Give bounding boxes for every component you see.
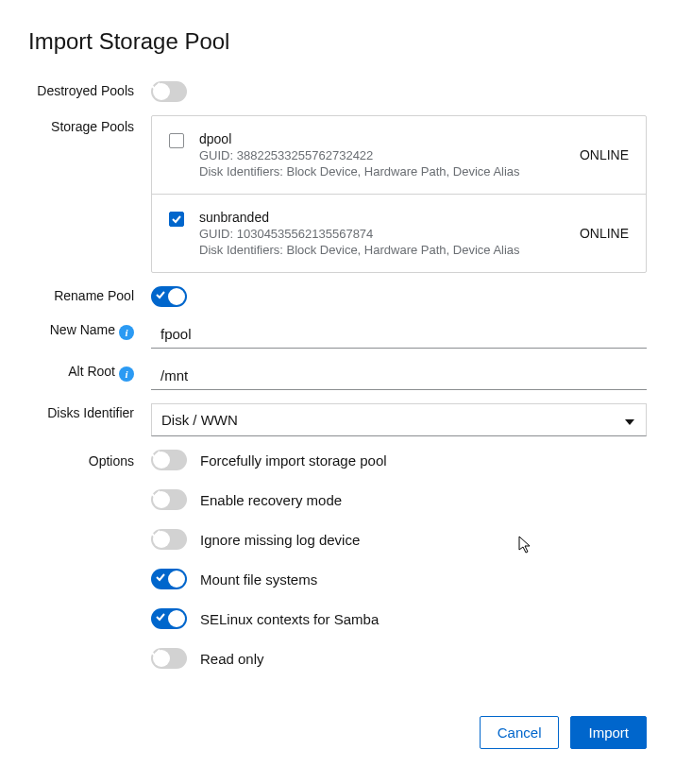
alt-root-input[interactable] xyxy=(151,362,647,390)
pool-status: ONLINE xyxy=(570,147,629,162)
pool-name: dpool xyxy=(199,131,570,146)
pool-checkbox[interactable] xyxy=(169,212,184,227)
option-label: Ignore missing log device xyxy=(200,532,360,548)
disks-identifier-select[interactable]: Disk / WWN xyxy=(152,404,646,435)
import-button[interactable]: Import xyxy=(570,716,647,749)
info-icon[interactable]: i xyxy=(119,325,134,340)
pool-checkbox[interactable] xyxy=(169,133,184,148)
pool-disk-identifiers: Disk Identifiers: Block Device, Hardware… xyxy=(199,243,570,257)
alt-root-label: Alt Rooti xyxy=(28,362,151,382)
option-label: Enable recovery mode xyxy=(200,492,342,508)
disks-identifier-label: Disks Identifier xyxy=(28,403,151,420)
pool-guid: GUID: 38822533255762732422 xyxy=(199,148,570,162)
destroyed-pools-label: Destroyed Pools xyxy=(28,81,151,98)
option-toggle-ignore-missing-log[interactable] xyxy=(151,529,187,550)
option-row: Forcefully import storage pool xyxy=(151,450,647,470)
option-toggle-read-only[interactable] xyxy=(151,648,187,669)
options-label: Options xyxy=(28,450,151,469)
option-row: Enable recovery mode xyxy=(151,489,647,510)
info-icon[interactable]: i xyxy=(119,366,134,382)
pool-disk-identifiers: Disk Identifiers: Block Device, Hardware… xyxy=(199,164,570,179)
pool-item[interactable]: sunbranded GUID: 10304535562135567874 Di… xyxy=(152,194,646,272)
dialog-footer: Cancel Import xyxy=(28,716,647,749)
option-row: Read only xyxy=(151,648,647,669)
option-label: Forcefully import storage pool xyxy=(200,452,387,469)
option-label: Mount file systems xyxy=(200,571,317,588)
pool-item[interactable]: dpool GUID: 38822533255762732422 Disk Id… xyxy=(152,116,646,194)
pool-status: ONLINE xyxy=(570,226,629,241)
option-toggle-selinux[interactable] xyxy=(151,608,187,629)
cancel-button[interactable]: Cancel xyxy=(480,716,560,749)
option-label: SELinux contexts for Samba xyxy=(200,611,379,627)
new-name-input[interactable] xyxy=(151,320,647,349)
option-toggle-mount-fs[interactable] xyxy=(151,569,187,589)
destroyed-pools-toggle[interactable] xyxy=(151,81,187,102)
rename-pool-label: Rename Pool xyxy=(28,286,151,303)
option-label: Read only xyxy=(200,651,264,667)
options-group: Forcefully import storage pool Enable re… xyxy=(151,450,647,688)
option-row: Ignore missing log device xyxy=(151,529,647,550)
pool-guid: GUID: 10304535562135567874 xyxy=(199,227,570,241)
option-toggle-recovery-mode[interactable] xyxy=(151,489,187,510)
pool-name: sunbranded xyxy=(199,210,570,225)
option-toggle-force-import[interactable] xyxy=(151,450,187,470)
storage-pools-label: Storage Pools xyxy=(28,115,151,134)
pool-list: dpool GUID: 38822533255762732422 Disk Id… xyxy=(151,115,647,273)
rename-pool-toggle[interactable] xyxy=(151,286,187,307)
new-name-label: New Namei xyxy=(28,320,151,340)
page-title: Import Storage Pool xyxy=(28,28,647,55)
option-row: Mount file systems xyxy=(151,569,647,589)
option-row: SELinux contexts for Samba xyxy=(151,608,647,629)
